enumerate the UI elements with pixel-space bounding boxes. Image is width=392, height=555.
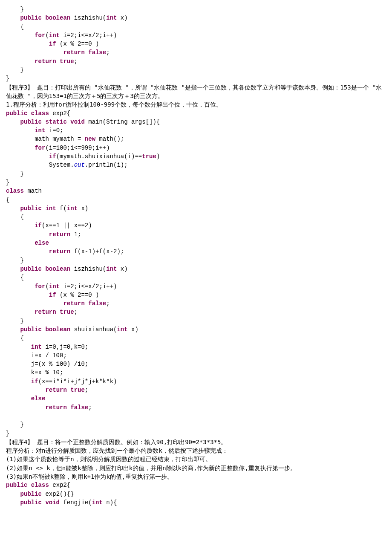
prog3-line2: 1.程序分析：利用for循环控制100-999个数，每个数分解出个位，十位，百位… [6, 101, 222, 108]
program-4-description: 【程序4】 题目：将一个正整数分解质因数。例如：输入90,打印出90=2*3*3… [6, 438, 386, 481]
program-3-description: 【程序3】 题目：打印出所有的 "水仙花数 "，所谓 "水仙花数 "是指一个三位… [6, 83, 386, 109]
prog4-line5: (3)如果n不能被k整除，则用k+1作为k的值,重复执行第一步。 [6, 473, 173, 480]
code-block-1: } public boolean iszhishu(int x) { for(i… [6, 5, 386, 83]
prog4-line3: (1)如果这个质数恰等于n，则说明分解质因数的过程已经结束，打印出即可。 [6, 456, 211, 462]
prog4-line4: (2)如果n <> k，但n能被k整除，则应打印出k的值，并用n除以k的商,作为… [6, 465, 296, 471]
prog4-line2: 程序分析：对n进行分解质因数，应先找到一个最小的质数k，然后按下述步骤完成： [6, 447, 228, 454]
code-block-2: public class exp2{ public static void ma… [6, 109, 386, 438]
prog3-line1: 【程序3】 题目：打印出所有的 "水仙花数 "，所谓 "水仙花数 "是指一个三位… [6, 84, 382, 99]
code-block-3: public class exp2{ public exp2(){} publi… [6, 481, 386, 507]
prog4-line1: 【程序4】 题目：将一个正整数分解质因数。例如：输入90,打印出90=2*3*3… [6, 439, 227, 445]
